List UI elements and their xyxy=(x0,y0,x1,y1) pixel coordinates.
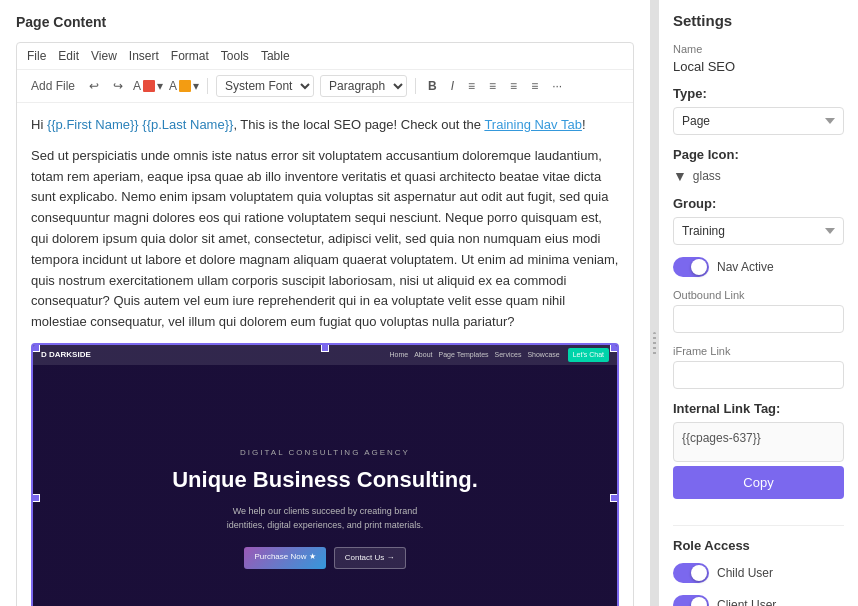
iframe-link-input[interactable] xyxy=(673,361,844,389)
website-hero: DIGITAL CONSULTING AGENCY Unique Busines… xyxy=(33,365,617,606)
paragraph-select[interactable]: Paragraph xyxy=(320,75,407,97)
website-nav-links: Home About Page Templates Services Showc… xyxy=(389,349,559,360)
font-family-select[interactable]: System Font xyxy=(216,75,314,97)
menu-view[interactable]: View xyxy=(91,49,117,63)
align-right-button[interactable]: ≡ xyxy=(506,77,521,95)
page-icon-symbol: ▼ xyxy=(673,168,687,184)
bg-color-button[interactable]: A▾ xyxy=(169,79,199,93)
menu-edit[interactable]: Edit xyxy=(58,49,79,63)
website-preview: D DARKSIDE Home About Page Templates Ser… xyxy=(33,345,617,606)
divider-dots xyxy=(653,332,656,356)
align-left-button[interactable]: ≡ xyxy=(464,77,479,95)
bg-color-swatch xyxy=(179,80,191,92)
undo-button[interactable]: ↩ xyxy=(85,77,103,95)
type-label: Type: xyxy=(673,86,844,101)
font-color-swatch xyxy=(143,80,155,92)
toggle-knob xyxy=(691,259,707,275)
resize-handle-ml[interactable] xyxy=(32,494,40,502)
page-title: Page Content xyxy=(16,14,634,30)
role-access-title: Role Access xyxy=(673,538,844,553)
merge-firstname: {{p.First Name}} xyxy=(47,117,139,132)
type-select[interactable]: Page xyxy=(673,107,844,135)
outbound-link-input[interactable] xyxy=(673,305,844,333)
font-color-button[interactable]: A▾ xyxy=(133,79,163,93)
resize-handle-mr[interactable] xyxy=(610,494,618,502)
hero-buttons: Purchase Now ★ Contact Us → xyxy=(244,547,405,570)
agency-label: DIGITAL CONSULTING AGENCY xyxy=(240,447,410,460)
format-bar: Add File ↩ ↪ A▾ A▾ System Font Paragraph… xyxy=(17,70,633,103)
nav-services: Services xyxy=(495,349,522,360)
more-options-button[interactable]: ··· xyxy=(548,77,566,95)
redo-button[interactable]: ↪ xyxy=(109,77,127,95)
section-divider xyxy=(673,525,844,526)
page-icon-row: ▼ glass xyxy=(673,168,844,184)
menu-file[interactable]: File xyxy=(27,49,46,63)
training-link[interactable]: Training Nav Tab xyxy=(484,117,582,132)
left-panel: Page Content File Edit View Insert Forma… xyxy=(0,0,650,606)
name-value: Local SEO xyxy=(673,59,844,74)
hero-headline: Unique Business Consulting. xyxy=(172,467,478,493)
outbound-link-label: Outbound Link xyxy=(673,289,844,301)
nav-active-row: Nav Active xyxy=(673,257,844,277)
panel-divider[interactable] xyxy=(650,0,658,606)
right-panel: Settings Name Local SEO Type: Page Page … xyxy=(658,0,858,606)
chat-button: Let's Chat xyxy=(568,348,609,361)
website-logo: D DARKSIDE xyxy=(41,349,91,362)
editor-line1: Hi {{p.First Name}} {{p.Last Name}}, Thi… xyxy=(31,115,619,136)
resize-handle-tm[interactable] xyxy=(321,344,329,352)
menu-insert[interactable]: Insert xyxy=(129,49,159,63)
internal-link-value: {{cpages-637}} xyxy=(673,422,844,462)
hero-subtext: We help our clients succeed by creating … xyxy=(215,504,435,533)
internal-link-label: Internal Link Tag: xyxy=(673,401,844,416)
child-user-toggle[interactable] xyxy=(673,563,709,583)
child-user-label: Child User xyxy=(717,566,773,580)
nav-home: Home xyxy=(389,349,408,360)
role-child-user-row: Child User xyxy=(673,563,844,583)
bold-button[interactable]: B xyxy=(424,77,441,95)
menu-tools[interactable]: Tools xyxy=(221,49,249,63)
group-label: Group: xyxy=(673,196,844,211)
nav-templates: Page Templates xyxy=(438,349,488,360)
align-center-button[interactable]: ≡ xyxy=(485,77,500,95)
menu-bar: File Edit View Insert Format Tools Table xyxy=(17,43,633,70)
name-label: Name xyxy=(673,43,844,55)
menu-table[interactable]: Table xyxy=(261,49,290,63)
resize-handle-tl[interactable] xyxy=(32,344,40,352)
child-user-knob xyxy=(691,565,707,581)
page-icon-text: glass xyxy=(693,169,721,183)
iframe-link-label: iFrame Link xyxy=(673,345,844,357)
contact-button: Contact Us → xyxy=(334,547,406,570)
editor-body: Sed ut perspiciatis unde omnis iste natu… xyxy=(31,146,619,333)
align-justify-button[interactable]: ≡ xyxy=(527,77,542,95)
separator-1 xyxy=(207,78,208,94)
group-select[interactable]: Training xyxy=(673,217,844,245)
settings-title: Settings xyxy=(673,12,844,29)
nav-active-toggle[interactable] xyxy=(673,257,709,277)
nav-about: About xyxy=(414,349,432,360)
copy-button[interactable]: Copy xyxy=(673,466,844,499)
nav-showcase: Showcase xyxy=(527,349,559,360)
nav-active-label: Nav Active xyxy=(717,260,774,274)
page-icon-label: Page Icon: xyxy=(673,147,844,162)
merge-lastname: {{p.Last Name}} xyxy=(142,117,233,132)
role-client-user-row: Client User xyxy=(673,595,844,606)
client-user-toggle[interactable] xyxy=(673,595,709,606)
client-user-label: Client User xyxy=(717,598,776,606)
resize-handle-tr[interactable] xyxy=(610,344,618,352)
purchase-button: Purchase Now ★ xyxy=(244,547,325,570)
separator-2 xyxy=(415,78,416,94)
client-user-knob xyxy=(691,597,707,606)
editor-content[interactable]: Hi {{p.First Name}} {{p.Last Name}}, Thi… xyxy=(17,103,633,606)
italic-button[interactable]: I xyxy=(447,77,458,95)
screenshot-preview[interactable]: D DARKSIDE Home About Page Templates Ser… xyxy=(31,343,619,606)
editor-container: File Edit View Insert Format Tools Table… xyxy=(16,42,634,606)
menu-format[interactable]: Format xyxy=(171,49,209,63)
add-file-button[interactable]: Add File xyxy=(27,77,79,95)
